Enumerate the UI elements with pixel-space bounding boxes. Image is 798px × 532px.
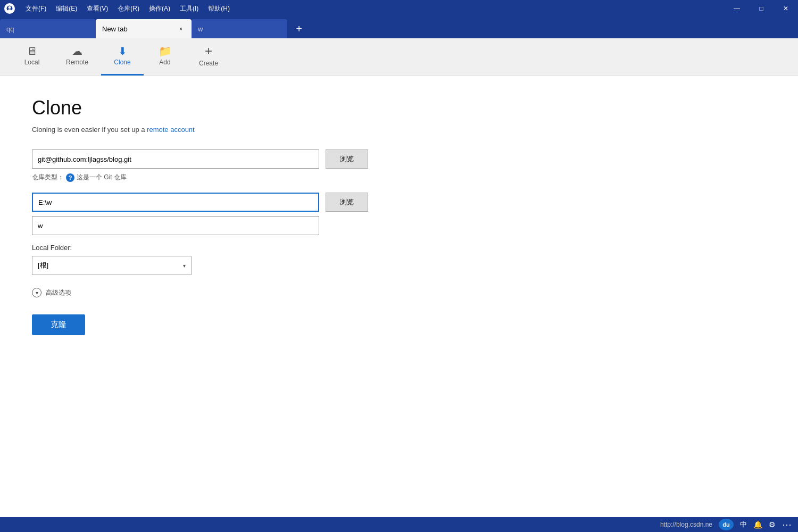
local-folder-dropdown[interactable]: [根] ▾ (32, 256, 192, 275)
tab-w[interactable]: w (192, 19, 287, 38)
tab-qq-label: qq (6, 25, 14, 33)
svg-point-2 (7, 10, 12, 12)
tab-close-button[interactable]: × (177, 24, 185, 33)
close-button[interactable]: ✕ (774, 0, 798, 17)
toolbar-clone[interactable]: ⬇ Clone (101, 38, 144, 76)
url-row: 浏览 (32, 149, 766, 169)
menu-action[interactable]: 操作(A) (145, 2, 174, 15)
more-icon[interactable]: ⋯ (782, 519, 792, 530)
menubar: 文件(F) 编辑(E) 查看(V) 仓库(R) 操作(A) 工具(I) 帮助(H… (21, 2, 234, 15)
repo-type-value: 这是一个 Git 仓库 (77, 173, 127, 182)
toolbar: 🖥 Local ☁ Remote ⬇ Clone 📁 Add + Create (0, 38, 798, 76)
path-input[interactable] (32, 193, 319, 212)
minimize-button[interactable]: — (725, 0, 749, 17)
info-icon: ? (66, 173, 74, 182)
toolbar-add[interactable]: 📁 Add (144, 38, 186, 76)
toolbar-create-label: Create (199, 60, 218, 67)
menu-view[interactable]: 查看(V) (82, 2, 112, 15)
toolbar-local-label: Local (24, 59, 40, 66)
local-folder-label: Local Folder: (32, 244, 766, 252)
toolbar-local[interactable]: 🖥 Local (11, 38, 53, 76)
tab-new-label: New tab (102, 25, 128, 33)
statusbar: http://blog.csdn.ne du 中 🔔 ⚙ ⋯ (0, 517, 798, 532)
advanced-label: 高级选项 (46, 288, 71, 297)
url-input[interactable] (32, 149, 319, 169)
toolbar-clone-label: Clone (114, 59, 130, 66)
statusbar-badge: du (719, 519, 734, 530)
clone-button[interactable]: 克隆 (32, 314, 85, 335)
repo-type-label: 仓库类型： (32, 173, 64, 182)
dropdown-value: [根] (38, 261, 48, 270)
repo-type-hint: 仓库类型： ? 这是一个 Git 仓库 (32, 173, 766, 182)
tab-add-button[interactable]: + (289, 19, 309, 38)
clone-icon: ⬇ (118, 46, 127, 56)
toolbar-create[interactable]: + Create (186, 38, 231, 76)
dropdown-arrow-icon: ▾ (183, 263, 186, 269)
toolbar-add-label: Add (159, 59, 170, 66)
menu-help[interactable]: 帮助(H) (204, 2, 234, 15)
browse-url-button[interactable]: 浏览 (326, 149, 368, 169)
menu-tools[interactable]: 工具(I) (176, 2, 203, 15)
browse-path-button[interactable]: 浏览 (326, 193, 368, 212)
remote-account-link[interactable]: remote account (147, 126, 195, 134)
local-icon: 🖥 (27, 46, 37, 56)
tab-qq[interactable]: qq (0, 19, 96, 38)
clone-subtitle: Cloning is even easier if you set up a r… (32, 126, 766, 134)
advanced-expand-icon: ▾ (32, 288, 41, 297)
menu-file[interactable]: 文件(F) (21, 2, 51, 15)
name-input[interactable] (32, 216, 319, 235)
advanced-options-row[interactable]: ▾ 高级选项 (32, 288, 766, 297)
name-row (32, 216, 766, 235)
statusbar-url: http://blog.csdn.ne (660, 521, 712, 528)
app-logo (4, 3, 15, 14)
settings-icon[interactable]: ⚙ (769, 520, 776, 529)
main-content: Clone Cloning is even easier if you set … (0, 76, 798, 517)
toolbar-remote[interactable]: ☁ Remote (53, 38, 101, 76)
tab-w-label: w (198, 25, 203, 33)
maximize-button[interactable]: □ (749, 0, 774, 17)
titlebar: 文件(F) 编辑(E) 查看(V) 仓库(R) 操作(A) 工具(I) 帮助(H… (0, 0, 798, 17)
tabbar: qq New tab × w + (0, 17, 798, 38)
toolbar-remote-label: Remote (66, 59, 88, 66)
add-icon: 📁 (159, 46, 172, 56)
lang-icon[interactable]: 中 (740, 520, 747, 529)
page-title: Clone (32, 97, 766, 119)
notification-icon[interactable]: 🔔 (753, 520, 762, 529)
menu-edit[interactable]: 编辑(E) (52, 2, 81, 15)
remote-icon: ☁ (72, 46, 82, 56)
svg-point-1 (9, 6, 11, 9)
path-row: 浏览 (32, 193, 766, 212)
menu-repo[interactable]: 仓库(R) (113, 2, 144, 15)
tab-new[interactable]: New tab × (96, 19, 192, 38)
window-controls: — □ ✕ (725, 0, 798, 17)
create-icon: + (205, 45, 212, 57)
